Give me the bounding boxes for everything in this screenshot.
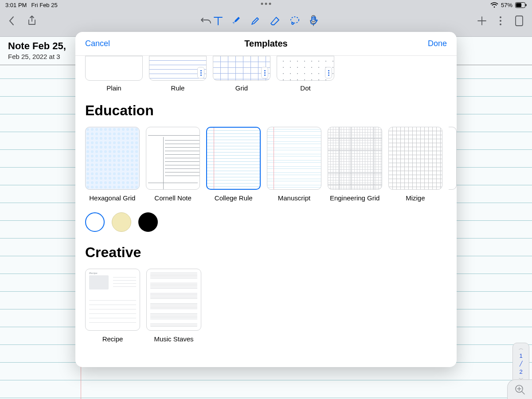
color-cream[interactable] <box>112 212 131 232</box>
more-vertical-icon[interactable] <box>499 16 502 26</box>
undo-icon[interactable] <box>200 17 212 25</box>
template-music-staves[interactable]: Music Staves <box>146 269 201 343</box>
template-preview <box>267 127 321 190</box>
template-rule[interactable]: Rule <box>149 56 207 92</box>
template-label: Mizige <box>388 194 443 202</box>
template-plain-preview <box>85 56 143 81</box>
education-heading: Education <box>85 102 457 119</box>
page-current: 1 <box>519 352 522 359</box>
share-icon[interactable] <box>27 16 36 26</box>
template-preview <box>85 127 140 190</box>
status-time: 3:01 PM <box>5 2 27 8</box>
education-row: Hexagonal Grid Cornell Note College Rule… <box>85 127 457 202</box>
color-white[interactable] <box>85 212 105 232</box>
pen-tool-icon[interactable] <box>232 16 242 26</box>
template-hexagonal-grid[interactable]: Hexagonal Grid <box>85 127 140 202</box>
multitask-dots-icon[interactable] <box>261 3 271 5</box>
template-label: Plain <box>85 84 143 92</box>
template-college-rule[interactable]: College Rule <box>206 127 261 202</box>
template-label: Recipe <box>85 335 140 343</box>
template-recipe[interactable]: Recipe Recipe <box>85 269 140 343</box>
template-cornell-note[interactable]: Cornell Note <box>146 127 200 202</box>
svg-point-7 <box>500 20 501 22</box>
options-icon[interactable] <box>261 67 268 78</box>
template-label: Cornell Note <box>146 194 200 202</box>
back-icon[interactable] <box>8 16 15 26</box>
template-label: College Rule <box>206 194 261 202</box>
eraser-tool-icon[interactable] <box>270 16 281 26</box>
highlighter-tool-icon[interactable] <box>250 16 261 26</box>
modal-header: Cancel Templates Done <box>75 32 457 56</box>
tool-picker <box>213 16 319 26</box>
template-label: Grid <box>213 84 270 92</box>
battery-percent: 57% <box>501 2 512 8</box>
cancel-button[interactable]: Cancel <box>85 39 110 48</box>
options-icon[interactable] <box>197 67 204 78</box>
svg-point-3 <box>291 17 299 23</box>
template-label: Hexagonal Grid <box>85 194 140 202</box>
template-manuscript[interactable]: Manuscript <box>267 127 321 202</box>
svg-point-6 <box>500 16 501 18</box>
status-date: Fri Feb 25 <box>31 2 57 8</box>
template-dot-preview <box>277 56 334 81</box>
template-preview <box>146 127 200 190</box>
text-tool-icon[interactable] <box>213 16 223 26</box>
modal-title: Templates <box>244 39 287 49</box>
color-swatches <box>85 212 457 232</box>
chevron-up-icon[interactable]: ︿ <box>519 346 524 351</box>
add-icon[interactable] <box>477 16 487 26</box>
templates-modal: Cancel Templates Done Plain Rule Grid <box>75 32 457 367</box>
template-grid[interactable]: Grid <box>213 56 270 92</box>
svg-rect-9 <box>516 16 523 26</box>
battery-icon <box>515 2 527 8</box>
template-preview <box>388 127 443 190</box>
basic-templates-row: Plain Rule Grid Dot <box>85 56 457 92</box>
page-separator: ╱ <box>520 361 523 367</box>
zoom-button[interactable] <box>507 379 532 399</box>
next-template-peek[interactable] <box>449 127 457 190</box>
template-mizige[interactable]: Mizige <box>388 127 443 202</box>
template-preview: Recipe <box>85 269 140 331</box>
template-engineering-grid[interactable]: Engineering Grid <box>328 127 382 202</box>
svg-rect-2 <box>526 4 527 6</box>
template-rule-preview <box>149 56 207 81</box>
template-preview <box>206 127 261 190</box>
page-total: 2 <box>519 368 522 375</box>
template-grid-preview <box>213 56 270 81</box>
svg-rect-1 <box>516 3 521 7</box>
template-preview <box>146 269 201 331</box>
creative-heading: Creative <box>85 244 457 261</box>
color-black[interactable] <box>138 212 158 232</box>
page-indicator[interactable]: ︿ 1 ╱ 2 ﹀ <box>512 343 529 385</box>
svg-point-4 <box>292 23 293 24</box>
template-plain[interactable]: Plain <box>85 56 143 92</box>
options-icon[interactable] <box>325 67 332 78</box>
done-button[interactable]: Done <box>428 39 447 48</box>
svg-point-8 <box>500 23 501 25</box>
creative-row: Recipe Recipe Music Staves <box>85 269 457 343</box>
template-label: Rule <box>149 84 207 92</box>
template-label: Dot <box>277 84 334 92</box>
pages-icon[interactable] <box>514 15 524 27</box>
lasso-tool-icon[interactable] <box>289 16 300 26</box>
template-label: Music Staves <box>146 335 201 343</box>
status-bar: 3:01 PM Fri Feb 25 57% <box>0 0 532 10</box>
template-label: Engineering Grid <box>328 194 382 202</box>
app-toolbar <box>0 10 532 32</box>
modal-body[interactable]: Plain Rule Grid Dot Education <box>75 56 457 367</box>
template-dot[interactable]: Dot <box>277 56 334 92</box>
template-label: Manuscript <box>267 194 321 202</box>
wifi-icon <box>490 2 498 8</box>
hand-tool-icon[interactable] <box>309 16 319 26</box>
template-preview <box>328 127 382 190</box>
